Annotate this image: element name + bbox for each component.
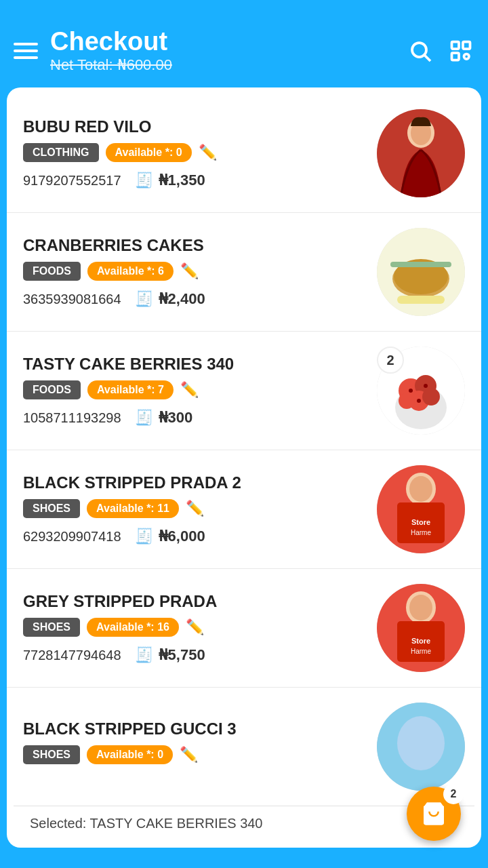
- edit-icon[interactable]: ✏️: [186, 618, 204, 636]
- price-wrap: 🧾 ₦5,750: [135, 646, 205, 664]
- product-image-wrap: Store Harme: [377, 584, 465, 672]
- svg-text:Store: Store: [411, 518, 430, 526]
- product-tags: SHOES Available *: 16 ✏️: [23, 618, 366, 637]
- available-tag: Available *: 11: [87, 499, 179, 518]
- product-image-wrap: 2: [377, 347, 465, 435]
- category-tag: SHOES: [23, 499, 80, 518]
- product-name: CRANBERRIES CAKES: [23, 236, 366, 255]
- svg-rect-3: [463, 41, 470, 49]
- product-info: BUBU RED VILO CLOTHING Available *: 0 ✏️…: [23, 117, 377, 189]
- product-item[interactable]: CRANBERRIES CAKES FOODS Available *: 6 ✏…: [7, 213, 481, 332]
- svg-rect-2: [452, 41, 460, 49]
- available-tag: Available *: 0: [87, 745, 173, 764]
- svg-rect-12: [390, 262, 451, 267]
- svg-text:Harme: Harme: [411, 529, 431, 536]
- product-barcode: 1058711193298: [23, 410, 121, 426]
- product-tags: FOODS Available *: 6 ✏️: [23, 262, 366, 281]
- product-barcode: 6293209907418: [23, 529, 121, 545]
- product-price: ₦5,750: [159, 646, 205, 664]
- product-tags: SHOES Available *: 0 ✏️: [23, 745, 366, 764]
- product-name: TASTY CAKE BERRIES 340: [23, 355, 366, 374]
- svg-point-22: [424, 384, 428, 388]
- product-info: TASTY CAKE BERRIES 340 FOODS Available *…: [23, 355, 377, 427]
- header-icons: [407, 37, 474, 64]
- product-item[interactable]: BUBU RED VILO CLOTHING Available *: 0 ✏️…: [7, 94, 481, 213]
- svg-point-35: [409, 595, 432, 620]
- product-details: 1058711193298 🧾 ₦300: [23, 409, 366, 427]
- svg-point-0: [412, 43, 426, 57]
- product-badge: 2: [377, 347, 404, 374]
- svg-text:Store: Store: [411, 637, 430, 645]
- product-info: BLACK STRIPPED PRADA 2 SHOES Available *…: [23, 473, 377, 545]
- product-details: 6293209907418 🧾 ₦6,000: [23, 528, 366, 545]
- product-details: 7728147794648 🧾 ₦5,750: [23, 646, 366, 664]
- category-tag: SHOES: [23, 745, 80, 764]
- product-image: [377, 228, 465, 316]
- svg-point-20: [399, 393, 415, 409]
- scan-button[interactable]: [447, 37, 474, 64]
- product-item[interactable]: TASTY CAKE BERRIES 340 FOODS Available *…: [7, 332, 481, 450]
- product-name: BUBU RED VILO: [23, 117, 366, 136]
- product-item[interactable]: BLACK STRIPPED GUCCI 3 SHOES Available *…: [7, 688, 481, 806]
- net-total: Net Total: ₦600.00: [50, 56, 394, 74]
- available-tag: Available *: 0: [106, 143, 192, 162]
- category-tag: CLOTHING: [23, 143, 99, 162]
- product-name: GREY STRIPPED PRADA: [23, 592, 366, 611]
- edit-icon[interactable]: ✏️: [180, 381, 199, 399]
- price-wrap: 🧾 ₦300: [135, 409, 193, 427]
- product-barcode: 9179207552517: [23, 173, 121, 189]
- receipt-icon: 🧾: [135, 528, 153, 545]
- product-barcode: 3635939081664: [23, 292, 121, 307]
- svg-line-1: [425, 55, 430, 60]
- receipt-icon: 🧾: [135, 409, 153, 427]
- svg-point-5: [464, 54, 470, 59]
- selected-label: Selected: TASTY CAKE BERRIES 340: [30, 816, 263, 831]
- product-price: ₦1,350: [159, 172, 205, 189]
- edit-icon[interactable]: ✏️: [186, 500, 204, 517]
- product-details: 3635939081664 🧾 ₦2,400: [23, 290, 366, 308]
- price-wrap: 🧾 ₦1,350: [135, 172, 205, 189]
- price-wrap: 🧾 ₦6,000: [135, 528, 205, 545]
- category-tag: FOODS: [23, 380, 81, 399]
- product-image: [377, 703, 465, 791]
- product-image: Store Harme: [377, 465, 465, 553]
- cart-fab-button[interactable]: 2: [407, 787, 461, 841]
- svg-point-19: [422, 388, 440, 406]
- svg-point-37: [397, 716, 445, 770]
- selection-bar: Selected: TASTY CAKE BERRIES 340: [14, 806, 474, 841]
- svg-rect-13: [397, 296, 445, 304]
- edit-icon[interactable]: ✏️: [180, 746, 198, 764]
- product-price: ₦300: [159, 409, 193, 427]
- category-tag: FOODS: [23, 262, 81, 281]
- edit-icon[interactable]: ✏️: [199, 144, 217, 161]
- product-list-card: BUBU RED VILO CLOTHING Available *: 0 ✏️…: [7, 87, 481, 848]
- product-image-wrap: [377, 228, 465, 316]
- category-tag: SHOES: [23, 618, 80, 637]
- receipt-icon: 🧾: [135, 646, 153, 664]
- available-tag: Available *: 16: [87, 618, 179, 637]
- cart-badge: 2: [443, 784, 464, 804]
- product-name: BLACK STRIPPED PRADA 2: [23, 473, 366, 492]
- product-name: BLACK STRIPPED GUCCI 3: [23, 719, 366, 738]
- receipt-icon: 🧾: [135, 172, 153, 189]
- edit-icon[interactable]: ✏️: [180, 262, 199, 280]
- product-tags: FOODS Available *: 7 ✏️: [23, 380, 366, 399]
- product-image: Store Harme: [377, 584, 465, 672]
- product-item[interactable]: BLACK STRIPPED PRADA 2 SHOES Available *…: [7, 450, 481, 569]
- product-price: ₦2,400: [159, 290, 205, 308]
- product-info: GREY STRIPPED PRADA SHOES Available *: 1…: [23, 592, 377, 664]
- header-title-block: Checkout Net Total: ₦600.00: [50, 27, 394, 74]
- product-item[interactable]: GREY STRIPPED PRADA SHOES Available *: 1…: [7, 569, 481, 688]
- svg-point-23: [417, 399, 421, 403]
- product-info: BLACK STRIPPED GUCCI 3 SHOES Available *…: [23, 719, 377, 774]
- product-tags: CLOTHING Available *: 0 ✏️: [23, 143, 366, 162]
- svg-rect-4: [452, 53, 460, 60]
- svg-point-29: [409, 476, 432, 502]
- app-header: Checkout Net Total: ₦600.00: [0, 0, 488, 87]
- menu-button[interactable]: [14, 43, 38, 59]
- product-details: 9179207552517 🧾 ₦1,350: [23, 172, 366, 189]
- search-button[interactable]: [407, 37, 434, 64]
- available-tag: Available *: 7: [87, 380, 174, 399]
- svg-point-21: [409, 389, 413, 393]
- product-image-wrap: Store Harme: [377, 465, 465, 553]
